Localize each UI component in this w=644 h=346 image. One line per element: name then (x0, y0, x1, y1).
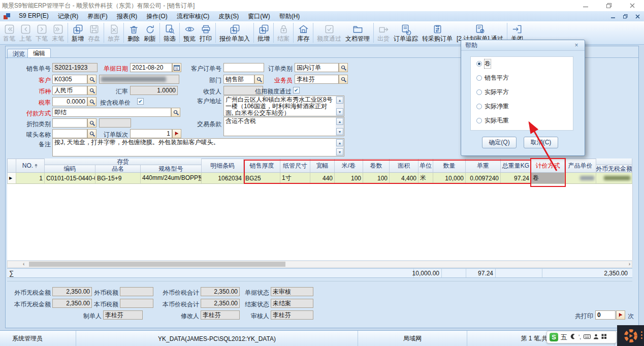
grid-header-name[interactable]: 品名 (95, 165, 141, 173)
grid-header-thickness[interactable]: 销售厚度 (244, 159, 280, 173)
grid-header-amount[interactable]: 外币无税金额 (596, 165, 632, 173)
tax-rate-lookup-icon[interactable] (87, 97, 96, 106)
pricing-option-4[interactable]: 实际毛重 (476, 116, 509, 125)
mdi-close-icon[interactable] (634, 13, 641, 20)
toolbar-quote-add[interactable]: 报价单加入 (217, 22, 252, 43)
calendar-icon[interactable]: 31 (172, 63, 181, 72)
menu-item[interactable]: 界面(F) (83, 11, 112, 22)
grid-header-barcode[interactable]: 明细条码 (202, 159, 244, 173)
grid-cell-no[interactable]: 1 (16, 173, 45, 184)
pricing-option-2[interactable]: 实际平方 (476, 88, 509, 97)
grid-cell-unit[interactable]: 米 (418, 173, 433, 184)
mark-name-lookup-icon[interactable] (87, 129, 96, 138)
grid-header-m_per_roll[interactable]: 米/卷 (335, 159, 363, 173)
help-dialog-titlebar[interactable]: 帮助 × (461, 40, 585, 51)
customer-code-field[interactable] (52, 75, 87, 84)
scroll-down-icon[interactable]: ▼ (336, 148, 343, 155)
toolbar-filter[interactable]: 筛选 (162, 22, 178, 43)
grid-cell-name[interactable]: BG-15+9 (95, 173, 141, 184)
grid-header-total_weight[interactable]: 总重量KG (501, 159, 531, 173)
toolbar-folder[interactable]: 文档管理 (343, 22, 372, 43)
doc-date-field[interactable] (130, 63, 172, 72)
pricing-option-3[interactable]: 实际净重 (476, 102, 509, 111)
grid-header-area[interactable]: 面积 (390, 159, 418, 173)
order-type-lookup-icon[interactable] (339, 63, 348, 72)
toolbar-warehouse[interactable]: 库存 (295, 22, 311, 43)
grid-cell-amount[interactable] (596, 173, 632, 184)
cancel-button[interactable]: 取消(C) (524, 137, 558, 148)
scroll-right-icon[interactable]: › (629, 261, 630, 267)
moon-icon[interactable] (570, 333, 576, 341)
window-minimize-icon[interactable] (574, 0, 597, 11)
sogou-logo-icon[interactable]: S (550, 333, 558, 341)
department-lookup-icon[interactable] (254, 75, 264, 84)
grid-cell-price[interactable] (565, 173, 596, 184)
radio-icon[interactable] (476, 89, 482, 95)
salesman-field[interactable] (295, 75, 339, 84)
grid-cell-spec[interactable]: 440mm/24um/BOPP预涂... (141, 173, 202, 184)
radio-icon[interactable] (476, 118, 482, 123)
radio-icon[interactable] (476, 61, 482, 67)
grid-header-spec[interactable]: 规格型号 (141, 165, 202, 173)
tax-included-checkbox[interactable]: ✔ (137, 98, 144, 105)
credit-pass-checkbox[interactable]: ✔ (293, 87, 300, 93)
grid-header-width_mm[interactable]: 宽幅 (310, 159, 335, 173)
grid-cell-qty[interactable]: 10,000 (433, 173, 466, 184)
order-version-spinner[interactable] (172, 129, 181, 138)
toolbar-refresh[interactable]: 刷新 (142, 22, 158, 43)
dialog-close-icon[interactable]: × (572, 42, 581, 49)
menu-item[interactable]: 操作(O) (142, 11, 172, 22)
grid-header-code[interactable]: 编码 (45, 165, 95, 173)
currency-field[interactable] (52, 86, 87, 95)
order-version-field[interactable] (130, 129, 172, 138)
pricing-option-1[interactable]: 销售平方 (476, 74, 509, 82)
customer-address-scrollbar[interactable]: ▲▼ (336, 96, 344, 116)
menu-item[interactable]: S9 ERP(E) (14, 11, 53, 22)
payment-field[interactable] (52, 108, 171, 117)
customer-address-field[interactable]: 广州白云区人和镇白米布秀水工业区8号一楼（106国道，时利和海鲜酒家正对面, 白… (223, 96, 336, 116)
grid-cell-width_mm[interactable]: 440 (310, 173, 335, 184)
scroll-down-icon[interactable]: ▼ (336, 108, 343, 115)
person-icon[interactable] (593, 334, 599, 341)
grid-cell-total_weight[interactable]: 97.24 (501, 173, 531, 184)
screen-tool-logo[interactable] (617, 325, 644, 346)
scroll-up-icon[interactable]: ▲ (336, 118, 343, 125)
toolbar-add-doc[interactable]: 新增 (70, 22, 86, 43)
grid-cell-rolls[interactable]: 100 (363, 173, 390, 184)
toolbar-printer[interactable]: 打印 (198, 22, 214, 43)
ok-button[interactable]: 确定(Q) (482, 137, 517, 148)
grid-cell-core[interactable]: 1寸 (280, 173, 310, 184)
trade-terms-field[interactable]: 含运不含税 (223, 117, 336, 136)
grid-cell-area[interactable]: 4,400 (390, 173, 418, 184)
scroll-up-icon[interactable]: ▲ (336, 97, 343, 104)
currency-lookup-icon[interactable] (87, 86, 96, 95)
department-field[interactable] (223, 75, 254, 84)
wubi-mode-icon[interactable]: 五 (561, 333, 567, 342)
tab-edit[interactable]: 编辑 (27, 48, 51, 58)
toolbar-batch-add[interactable]: 批增 (255, 22, 272, 43)
toolbox-grid-icon[interactable] (601, 334, 607, 341)
print-count-field[interactable] (595, 310, 616, 320)
exchange-rate-field[interactable] (130, 86, 178, 95)
toolbar-trash[interactable]: 删除 (125, 22, 142, 43)
mdi-restore-icon[interactable] (622, 13, 629, 20)
scroll-up-icon[interactable]: ▲ (336, 139, 343, 146)
toolbar-track-doc[interactable]: 订单追踪 (392, 22, 420, 43)
print-count-spinner[interactable] (616, 310, 625, 320)
grid-header-qty[interactable]: 数量 (433, 159, 466, 173)
grid-group-header[interactable]: 存货 (45, 159, 202, 165)
grid-cell-code[interactable]: C0101-015-0440-09 (45, 173, 95, 184)
radio-icon[interactable] (476, 104, 482, 109)
punctuation-icon[interactable]: ’, (578, 334, 581, 340)
grid-header-rolls[interactable]: 卷数 (363, 159, 390, 173)
grid-header-unit[interactable]: 单位 (418, 159, 433, 173)
sales-no-field[interactable] (52, 63, 98, 72)
grid-header-pricing[interactable]: 计价方式 (531, 159, 565, 173)
grid-cell-pricing[interactable]: 卷 (531, 173, 565, 184)
menu-item[interactable]: 皮肤(S) (214, 11, 243, 22)
grid-header-unit_weight[interactable]: 单重 (466, 159, 501, 173)
remark-scrollbar[interactable]: ▲▼ (336, 138, 344, 156)
salesman-lookup-icon[interactable] (339, 75, 348, 84)
menu-item[interactable]: 帮助(H) (275, 11, 305, 22)
remark-field[interactable]: 按J, 天地盒，打井字带，外包缠绕膜。外包装加贴客户唛头。 (52, 138, 336, 156)
